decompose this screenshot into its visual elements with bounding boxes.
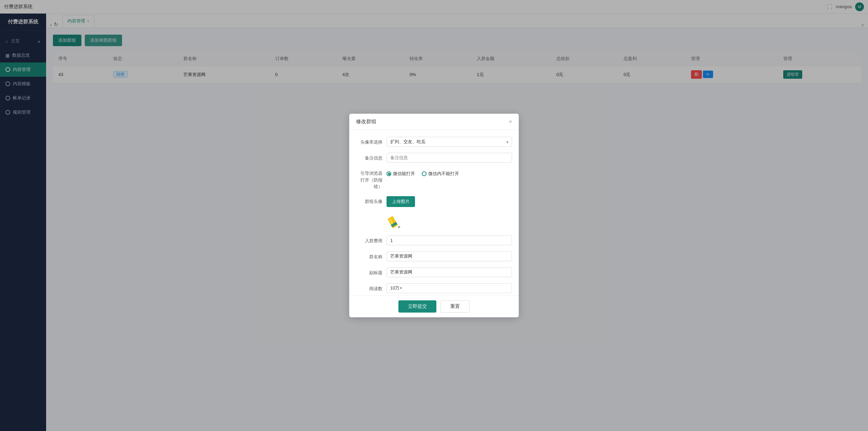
modal-footer: 立即提交 重置	[349, 295, 519, 317]
reset-button[interactable]: 重置	[440, 300, 470, 313]
radio-wechat-cannot-open[interactable]: 微信内不能打开	[422, 171, 459, 177]
group-name-control	[387, 251, 512, 261]
submit-button[interactable]: 立即提交	[398, 300, 436, 313]
join-fee-control	[387, 236, 512, 245]
form-row-subtitle: 副标题	[356, 267, 512, 277]
join-fee-label: 入群费用	[356, 236, 387, 244]
remark-label: 备注信息	[356, 153, 387, 161]
svg-marker-2	[397, 225, 401, 228]
upload-area: 上传图片	[387, 196, 512, 229]
upload-image-button[interactable]: 上传图片	[387, 196, 415, 207]
group-name-label: 群名称	[356, 251, 387, 260]
subtitle-label: 副标题	[356, 267, 387, 276]
form-row-join-fee: 入群费用	[356, 236, 512, 245]
subtitle-input[interactable]	[387, 267, 512, 277]
modal-title: 修改群组	[356, 118, 376, 125]
subtitle-control	[387, 267, 512, 277]
read-count-input[interactable]	[387, 283, 512, 293]
browser-open-control: 微信能打开 微信内不能打开	[387, 169, 512, 177]
read-count-label: 阅读数	[356, 283, 387, 292]
radio-wechat-can-open-dot	[387, 171, 391, 176]
pen-icon-svg	[387, 212, 404, 229]
avatar-lib-select-wrap: 扩列、交友、吃瓜美女、帅哥搞笑、段子 ▾	[387, 137, 512, 147]
group-avatar-label: 群组头像	[356, 196, 387, 205]
remark-input[interactable]	[387, 153, 512, 163]
modal-close-button[interactable]: ×	[509, 119, 512, 125]
modal-body: 头像库选择 扩列、交友、吃瓜美女、帅哥搞笑、段子 ▾ 备注信息 引导浏览器打开（…	[349, 130, 519, 295]
form-row-read-count: 阅读数	[356, 283, 512, 293]
modal-header: 修改群组 ×	[349, 114, 519, 130]
form-row-remark: 备注信息	[356, 153, 512, 163]
radio-wechat-can-open[interactable]: 微信能打开	[387, 171, 415, 177]
pen-icon-graphic	[387, 212, 404, 229]
join-fee-input[interactable]	[387, 236, 512, 245]
avatar-lib-select[interactable]: 扩列、交友、吃瓜美女、帅哥搞笑、段子	[387, 137, 512, 147]
form-row-group-name: 群名称	[356, 251, 512, 261]
browser-open-label: 引导浏览器打开（防报错）	[356, 169, 387, 190]
form-row-group-avatar: 群组头像 上传图片	[356, 196, 512, 229]
radio-wechat-cannot-open-dot	[422, 171, 427, 176]
remark-control	[387, 153, 512, 163]
avatar-lib-label: 头像库选择	[356, 137, 387, 145]
radio-option2-label: 微信内不能打开	[428, 171, 459, 177]
edit-group-modal: 修改群组 × 头像库选择 扩列、交友、吃瓜美女、帅哥搞笑、段子 ▾ 备注信息	[349, 114, 519, 317]
form-row-browser-open: 引导浏览器打开（防报错） 微信能打开 微信内不能打开	[356, 169, 512, 190]
group-name-input[interactable]	[387, 251, 512, 261]
avatar-lib-control: 扩列、交友、吃瓜美女、帅哥搞笑、段子 ▾	[387, 137, 512, 147]
modal-overlay: 修改群组 × 头像库选择 扩列、交友、吃瓜美女、帅哥搞笑、段子 ▾ 备注信息	[0, 0, 868, 431]
read-count-control	[387, 283, 512, 293]
form-row-avatar-lib: 头像库选择 扩列、交友、吃瓜美女、帅哥搞笑、段子 ▾	[356, 137, 512, 147]
radio-group-browser: 微信能打开 微信内不能打开	[387, 169, 512, 177]
radio-option1-label: 微信能打开	[393, 171, 415, 177]
